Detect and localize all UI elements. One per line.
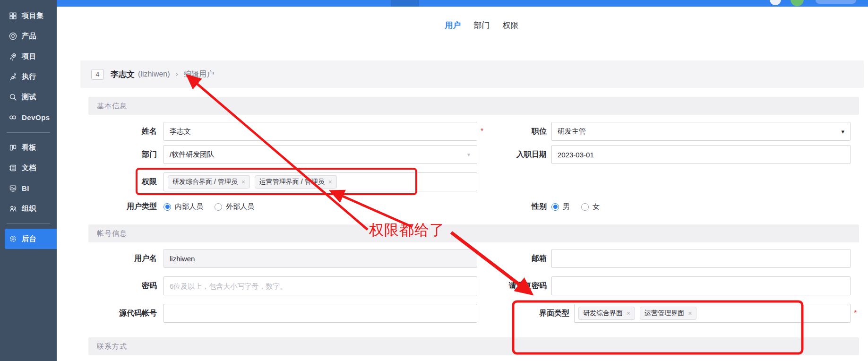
monitor-icon [8,184,17,192]
radio-icon [163,203,171,211]
user-type-radios: 内部人员 外部人员 [163,202,254,211]
required-mark: * [477,254,486,263]
position-select[interactable]: 研发主管 ▾ [551,122,851,141]
radio-icon [581,203,589,211]
section-account-info: 帐号信息 [88,224,859,242]
section-basic-info: 基本信息 [88,97,859,115]
source-account-input[interactable] [163,304,477,323]
sidebar-item-product[interactable]: 产品 [0,26,57,46]
department-label: 部门 [88,150,157,160]
chevron-down-icon: ▾ [841,128,844,135]
sidebar-item-org[interactable]: 组织 [0,198,57,219]
close-icon[interactable]: × [241,178,245,186]
gender-radios: 男 女 [551,202,600,211]
radio-external[interactable]: 外部人员 [215,202,254,211]
sidebar-divider [7,223,50,224]
tab-departments[interactable]: 部门 [474,20,490,31]
breadcrumb-user-name: 李志文 [111,69,135,80]
password-input[interactable] [163,276,477,295]
infinity-icon [8,113,17,121]
ui-type-label: 界面类型 [496,309,569,318]
ui-type-tag[interactable]: 运营管理界面 × [640,307,696,320]
position-label: 职位 [496,127,547,137]
sidebar-item-label: 产品 [22,32,36,41]
join-date-label: 入职日期 [496,150,547,160]
sidebar-item-label: 文档 [22,163,36,172]
permissions-tag-input[interactable]: 研发综合界面 / 管理员 × 运营管理界面 / 管理员 × [163,172,477,191]
breadcrumb-user-account: (lizhiwen) [138,70,170,78]
section-contact-info: 联系方式 [88,337,859,355]
required-mark: * [477,127,486,136]
sidebar-item-admin[interactable]: 后台 [5,229,57,249]
tab-users[interactable]: 用户 [445,20,461,31]
rocket-icon [8,52,17,60]
main-area: 用户 部门 权限 4 李志文 (lizhiwen) › 编辑用户 基本信息 姓名 [57,0,868,361]
radio-female[interactable]: 女 [581,202,600,211]
sidebar-item-execution[interactable]: 执行 [0,67,57,87]
page-content: 4 李志文 (lizhiwen) › 编辑用户 基本信息 姓名 * [57,43,868,355]
username-input[interactable] [163,249,477,268]
radio-internal[interactable]: 内部人员 [163,202,203,211]
user-id-badge: 4 [91,69,104,80]
username-label: 用户名 [88,254,157,264]
gender-label: 性别 [496,202,547,212]
page-title: 编辑用户 [184,69,214,79]
sidebar-item-label: 后台 [22,234,36,243]
permission-tag[interactable]: 运营管理界面 / 管理员 × [255,175,337,189]
department-dropdown[interactable]: /软件研发团队 ▼ [163,145,477,164]
edit-user-form: 基本信息 姓名 * 职位 研发主管 ▾ [80,97,864,355]
sidebar-item-bi[interactable]: BI [0,178,57,198]
sidebar-item-label: 组织 [22,204,36,213]
magnifier-icon [8,93,17,101]
email-label: 邮箱 [496,254,547,264]
app-window: 项目集 产品 项目 执行 测试 DevOps 看板 文档 [0,0,868,361]
close-icon[interactable]: × [688,309,692,317]
tab-privileges[interactable]: 权限 [503,20,519,31]
radio-icon [551,203,559,211]
grid-icon [8,12,17,20]
sidebar-item-devops[interactable]: DevOps [0,107,57,128]
sidebar-item-kanban[interactable]: 看板 [0,138,57,158]
radio-male[interactable]: 男 [551,202,570,211]
sidebar: 项目集 产品 项目 执行 测试 DevOps 看板 文档 [0,0,57,361]
source-account-label: 源代码帐号 [88,309,157,318]
close-icon[interactable]: × [627,309,630,317]
kanban-icon [8,144,17,152]
join-date-input[interactable] [551,145,851,164]
topbar [57,0,868,7]
help-icon[interactable] [770,0,781,5]
sidebar-item-label: 测试 [22,93,36,102]
ui-type-tag[interactable]: 研发综合界面 × [578,307,635,320]
user-type-label: 用户类型 [88,202,157,212]
repeat-password-label: 请重复密码 [496,281,547,291]
avatar[interactable] [791,0,804,6]
email-input[interactable] [551,249,851,268]
ui-type-tag-input[interactable]: 研发综合界面 × 运营管理界面 × [574,304,851,323]
sidebar-item-project[interactable]: 项目 [0,46,57,67]
repeat-password-input[interactable] [551,276,851,295]
sidebar-item-test[interactable]: 测试 [0,87,57,107]
gear-icon [8,235,17,243]
close-icon[interactable]: × [328,178,332,186]
permissions-label: 权限 [88,177,157,187]
name-label: 姓名 [88,127,157,137]
sidebar-item-label: 项目集 [22,11,44,20]
sidebar-item-label: DevOps [22,113,50,121]
search-input[interactable] [816,0,856,4]
lightbulb-icon [8,32,17,40]
sidebar-item-label: 看板 [22,143,36,152]
password-label: 密码 [88,281,157,291]
runner-icon [8,73,17,81]
breadcrumb: 4 李志文 (lizhiwen) › 编辑用户 [80,60,864,88]
permission-tag[interactable]: 研发综合界面 / 管理员 × [168,175,250,189]
sidebar-item-label: 执行 [22,72,36,81]
sidebar-item-label: 项目 [22,52,36,61]
name-input[interactable] [163,122,477,141]
sidebar-divider [7,132,50,133]
radio-icon [215,203,222,211]
document-icon [8,164,17,172]
people-icon [8,205,17,213]
sidebar-item-doc[interactable]: 文档 [0,158,57,178]
chevron-right-icon: › [176,70,178,78]
sidebar-item-program[interactable]: 项目集 [0,6,57,26]
